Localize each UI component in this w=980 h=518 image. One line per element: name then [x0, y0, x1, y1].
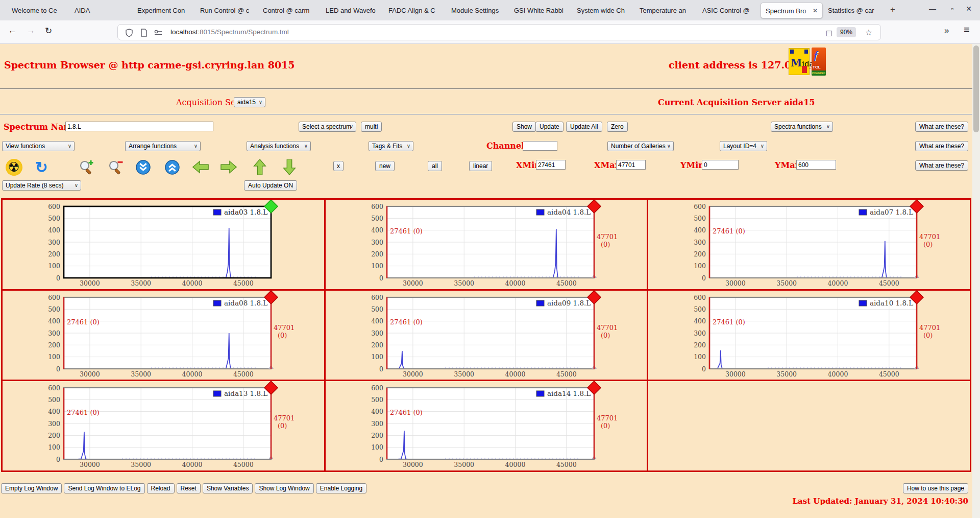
browser-tab-asic-control-[interactable]: ASIC Control @ — [698, 3, 760, 18]
pan-up-icon[interactable] — [251, 158, 268, 176]
new-tab-button[interactable]: + — [886, 4, 899, 17]
enable-logging-button[interactable]: Enable Logging — [316, 483, 366, 493]
browser-tab-aida[interactable]: AIDA — [70, 3, 132, 18]
what-are-these-button-1[interactable]: What are these? — [915, 122, 968, 132]
reset-button[interactable]: Reset — [177, 483, 201, 493]
what-are-these-button-2[interactable]: What are these? — [915, 141, 968, 151]
spectrum-panel-aida04[interactable]: 0100200300400500600300003500040000450002… — [326, 200, 649, 291]
window-close-button[interactable]: ✕ — [966, 5, 972, 13]
xmax-input[interactable] — [616, 160, 646, 170]
ymax-input[interactable] — [796, 160, 836, 170]
svg-text:(0): (0) — [601, 241, 610, 248]
ymin-input[interactable] — [702, 160, 739, 170]
zoom-level-badge[interactable]: 90% — [837, 27, 856, 37]
reload-icon[interactable]: ↻ — [45, 26, 52, 36]
spectrum-panel-aida07[interactable]: 0100200300400500600300003500040000450002… — [648, 200, 971, 291]
browser-tab-spectrum-bro[interactable]: Spectrum Bro✕ — [761, 3, 823, 18]
acquisition-server-select[interactable]: aida15 — [234, 97, 265, 107]
browser-tab-control-carm[interactable]: Control @ carm — [258, 3, 321, 18]
multi-button[interactable]: multi — [361, 122, 382, 132]
number-of-galleries-select[interactable]: Number of Galleries — [607, 141, 674, 151]
spectrum-panel-aida03[interactable]: 010020030040050060030000350004000045000a… — [3, 200, 326, 291]
zero-button[interactable]: Zero — [607, 122, 628, 132]
spectrum-panel-aida10[interactable]: 0100200300400500600300003500040000450002… — [648, 291, 971, 382]
view-functions-select[interactable]: View functions — [2, 141, 75, 151]
url-path: :8015/Spectrum/Spectrum.tml — [198, 28, 289, 36]
svg-text:27461 (0): 27461 (0) — [713, 227, 745, 235]
menu-hamburger-icon[interactable]: ≡ — [964, 24, 970, 36]
what-are-these-button-3[interactable]: What are these? — [915, 160, 968, 171]
browser-tab-temperature-an[interactable]: Temperature an — [635, 3, 697, 18]
bookmark-star-icon[interactable]: ☆ — [865, 28, 872, 37]
spectra-functions-select[interactable]: Spectra functions — [771, 122, 833, 132]
tab-label: GSI White Rabbi — [514, 7, 564, 14]
spectrum-name-input[interactable] — [65, 122, 213, 131]
browser-tab-led-and-wavefo[interactable]: LED and Wavefo — [321, 3, 383, 18]
tab-label: AIDA — [75, 7, 90, 14]
linear-button[interactable]: linear — [469, 161, 492, 171]
refresh-icon[interactable]: ↻ — [33, 158, 50, 176]
window-minimize-button[interactable]: — — [929, 5, 936, 13]
reload-button[interactable]: Reload — [147, 483, 175, 493]
scrollbar-thumb[interactable] — [973, 45, 979, 132]
reader-mode-icon[interactable]: ▤ — [826, 29, 832, 37]
browser-tab-system-wide-ch[interactable]: System wide Ch — [572, 3, 634, 18]
pan-left-icon[interactable] — [192, 158, 209, 176]
analysis-functions-select[interactable]: Analysis functions — [247, 141, 311, 151]
auto-update-button[interactable]: Auto Update ON — [244, 180, 297, 191]
zoom-out-icon[interactable] — [107, 158, 125, 176]
pan-right-icon[interactable] — [220, 158, 237, 176]
spectrum-panel-aida08[interactable]: 0100200300400500600300003500040000450002… — [3, 291, 326, 382]
browser-tab-statistics-car[interactable]: Statistics @ car — [823, 3, 886, 18]
layout-id-select[interactable]: Layout ID=4 — [720, 141, 767, 151]
radiation-icon[interactable]: ☢ — [5, 158, 22, 176]
shield-icon[interactable] — [125, 29, 133, 39]
new-button[interactable]: new — [375, 161, 395, 171]
send-log-window-to-elog-button[interactable]: Send Log Window to ELog — [64, 483, 144, 493]
spectrum-panel-aida14[interactable]: 0100200300400500600300003500040000450002… — [326, 381, 649, 472]
collapse-y-icon[interactable] — [134, 158, 152, 176]
tab-close-icon[interactable]: ✕ — [811, 3, 819, 18]
browser-tab-run-control-c[interactable]: Run Control @ c — [195, 3, 258, 18]
expand-y-icon[interactable] — [163, 158, 181, 176]
browser-tab-welcome-to-ce[interactable]: Welcome to Ce — [7, 3, 69, 18]
xmin-input[interactable] — [536, 160, 566, 170]
midas-logo[interactable]: Midas — [789, 48, 810, 75]
permissions-icon[interactable] — [154, 29, 163, 39]
zoom-in-icon[interactable] — [78, 158, 95, 176]
forward-icon[interactable]: → — [27, 26, 35, 36]
browser-tab-module-settings[interactable]: Module Settings — [447, 3, 509, 18]
url-bar[interactable]: localhost:8015/Spectrum/Spectrum.tml ▤ 9… — [117, 24, 881, 40]
pan-down-icon[interactable] — [281, 158, 298, 176]
browser-tab-fadc-align-c[interactable]: FADC Align & C — [384, 3, 446, 18]
svg-text:200: 200 — [694, 341, 706, 348]
all-button[interactable]: all — [428, 161, 442, 171]
svg-text:47701: 47701 — [919, 233, 940, 241]
tags-fits-select[interactable]: Tags & Fits — [369, 141, 413, 151]
show-log-window-button[interactable]: Show Log Window — [255, 483, 313, 493]
empty-log-window-button[interactable]: Empty Log Window — [1, 483, 62, 493]
spectrum-panel-aida09[interactable]: 0100200300400500600300003500040000450002… — [326, 291, 649, 382]
page-title: Spectrum Browser @ http carme-gsi.cryrin… — [4, 59, 295, 70]
how-to-use-button[interactable]: How to use this page — [903, 483, 968, 493]
update-all-button[interactable]: Update All — [566, 122, 602, 132]
update-button[interactable]: Update — [535, 122, 564, 132]
show-button[interactable]: Show — [512, 122, 536, 132]
tcl-powered-logo[interactable]: 𝑓 TCL POWERED — [812, 48, 826, 76]
x-button[interactable]: x — [333, 161, 344, 171]
arrange-functions-select[interactable]: Arrange functions — [125, 141, 201, 151]
select-a-spectrum-select[interactable]: Select a spectrum — [299, 122, 356, 132]
spectrum-panel-aida13[interactable]: 0100200300400500600300003500040000450002… — [3, 381, 326, 472]
url-text[interactable]: localhost:8015/Spectrum/Spectrum.tml — [170, 28, 289, 36]
show-variables-button[interactable]: Show Variables — [203, 483, 253, 493]
update-rate-select[interactable]: Update Rate (8 secs) — [2, 180, 81, 191]
overflow-chevrons-icon[interactable]: » — [944, 26, 948, 36]
browser-tab-experiment-con[interactable]: Experiment Con — [133, 3, 195, 18]
browser-tab-gsi-white-rabbi[interactable]: GSI White Rabbi — [509, 3, 572, 18]
tab-label: ASIC Control @ — [702, 7, 750, 14]
page-info-icon[interactable] — [140, 29, 148, 39]
channel-input[interactable] — [523, 141, 557, 151]
page-scrollbar[interactable] — [972, 44, 980, 518]
back-icon[interactable]: ← — [8, 26, 17, 36]
window-maximize-button[interactable]: ▫ — [951, 5, 953, 13]
